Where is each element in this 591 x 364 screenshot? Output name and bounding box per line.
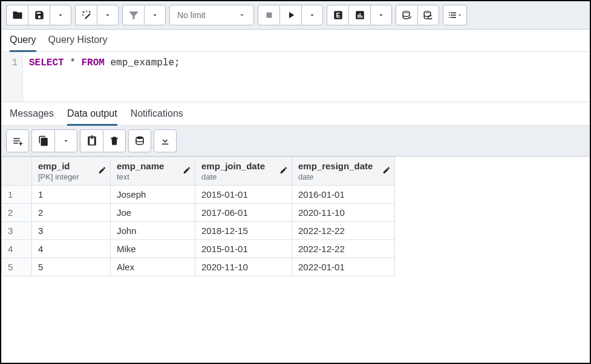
cell[interactable]: 2022-01-01 [292, 258, 395, 276]
column-name: emp_name [117, 161, 164, 171]
filter-button[interactable] [122, 5, 144, 25]
limit-label: No limit [177, 10, 206, 20]
column-type: date [201, 172, 286, 181]
tab-notifications[interactable]: Notifications [131, 102, 183, 125]
copy-dropdown[interactable] [54, 129, 77, 152]
tab-query[interactable]: Query [10, 30, 36, 51]
column-name: emp_id [38, 161, 70, 171]
column-type: [PK] integer [38, 172, 104, 181]
line-gutter: 1 [1, 52, 23, 102]
row-number[interactable]: 4 [2, 240, 32, 258]
pencil-icon[interactable] [183, 166, 191, 177]
column-header-emp_id[interactable]: emp_id[PK] integer [32, 157, 111, 186]
svg-text:E: E [336, 11, 340, 19]
column-type: text [117, 172, 189, 181]
copy-button[interactable] [31, 129, 54, 152]
table-row[interactable]: 33John2018-12-152022-12-22 [2, 222, 395, 240]
pencil-icon[interactable] [98, 166, 106, 177]
column-header-emp_resign_date[interactable]: emp_resign_datedate [292, 157, 395, 186]
sql-code[interactable]: SELECT * FROM emp_example; [23, 52, 186, 102]
rownum-header [2, 157, 32, 186]
cell[interactable]: 2018-12-15 [195, 222, 292, 240]
cell[interactable]: 2022-12-22 [292, 240, 395, 258]
tab-query-history[interactable]: Query History [48, 30, 108, 51]
cell[interactable]: 2020-11-10 [195, 258, 292, 276]
cell[interactable]: 5 [32, 258, 111, 276]
row-number[interactable]: 2 [2, 204, 32, 222]
limit-select[interactable]: No limit [169, 5, 254, 25]
table-row[interactable]: 22Joe2017-06-012020-11-10 [2, 204, 395, 222]
editor-tabs: Query Query History [1, 30, 590, 52]
stop-button[interactable] [258, 5, 279, 25]
cell[interactable]: Alex [111, 258, 195, 276]
explain-dropdown[interactable] [370, 5, 392, 25]
save-data-button[interactable] [128, 129, 151, 152]
edit-button[interactable] [75, 5, 97, 25]
tab-messages[interactable]: Messages [10, 102, 54, 125]
output-tabs: Messages Data output Notifications [1, 102, 590, 126]
cell[interactable]: Mike [111, 240, 195, 258]
paste-button[interactable] [80, 129, 103, 152]
delete-button[interactable] [103, 129, 126, 152]
cell[interactable]: 4 [32, 240, 111, 258]
cell[interactable]: 2016-01-01 [292, 186, 395, 204]
column-name: emp_resign_date [298, 161, 373, 171]
cell[interactable]: Joseph [111, 186, 195, 204]
table-row[interactable]: 44Mike2015-01-012022-12-22 [2, 240, 395, 258]
save-dropdown[interactable] [50, 5, 71, 25]
filter-dropdown[interactable] [144, 5, 166, 25]
row-number[interactable]: 5 [2, 258, 32, 276]
header-row: emp_id[PK] integeremp_nametextemp_join_d… [2, 157, 395, 186]
cell[interactable]: 2022-12-22 [292, 222, 395, 240]
results-table: emp_id[PK] integeremp_nametextemp_join_d… [1, 157, 395, 276]
grid-toolbar [1, 126, 590, 157]
sql-editor[interactable]: 1 SELECT * FROM emp_example; [1, 52, 590, 102]
add-row-button[interactable] [6, 129, 29, 152]
main-toolbar: No limit E [1, 1, 590, 30]
table-row[interactable]: 11Joseph2015-01-012016-01-01 [2, 186, 395, 204]
row-number[interactable]: 1 [2, 186, 32, 204]
cell[interactable]: 3 [32, 222, 111, 240]
cell[interactable]: John [111, 222, 195, 240]
cell[interactable]: 2015-01-01 [195, 186, 292, 204]
cell[interactable]: 2 [32, 204, 111, 222]
explain-button[interactable]: E [327, 5, 348, 25]
column-type: date [298, 172, 388, 181]
chevron-down-icon [238, 11, 246, 19]
download-button[interactable] [154, 129, 177, 152]
column-name: emp_join_date [201, 161, 265, 171]
open-file-button[interactable] [6, 5, 28, 25]
row-number[interactable]: 3 [2, 222, 32, 240]
pencil-icon[interactable] [279, 166, 288, 177]
save-button[interactable] [28, 5, 50, 25]
rollback-button[interactable] [417, 5, 439, 25]
cell[interactable]: 2020-11-10 [292, 204, 395, 222]
column-header-emp_name[interactable]: emp_nametext [111, 157, 195, 186]
cell[interactable]: 2017-06-01 [195, 204, 292, 222]
tab-data-output[interactable]: Data output [67, 102, 117, 125]
table-row[interactable]: 55Alex2020-11-102022-01-01 [2, 258, 395, 276]
edit-dropdown[interactable] [97, 5, 119, 25]
commit-button[interactable] [396, 5, 417, 25]
cell[interactable]: Joe [111, 204, 195, 222]
macros-button[interactable] [443, 5, 467, 25]
execute-dropdown[interactable] [301, 5, 323, 25]
pencil-icon[interactable] [382, 166, 391, 177]
cell[interactable]: 1 [32, 186, 111, 204]
explain-analyse-button[interactable] [348, 5, 370, 25]
cell[interactable]: 2015-01-01 [195, 240, 292, 258]
column-header-emp_join_date[interactable]: emp_join_datedate [195, 157, 292, 186]
execute-button[interactable] [279, 5, 301, 25]
